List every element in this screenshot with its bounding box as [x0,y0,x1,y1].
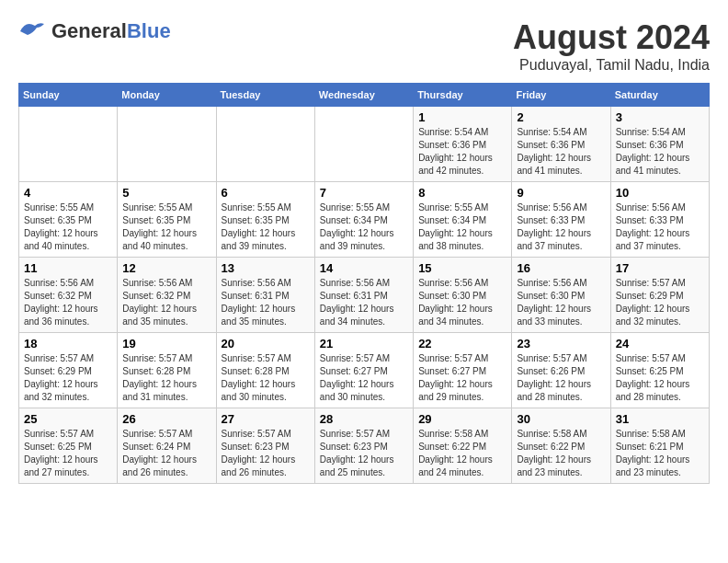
page-title: August 2024 [513,18,710,57]
day-number: 31 [616,412,704,426]
day-info: Sunrise: 5:56 AM Sunset: 6:33 PM Dayligh… [517,201,605,253]
day-number: 16 [517,261,605,275]
calendar-cell: 16Sunrise: 5:56 AM Sunset: 6:30 PM Dayli… [512,258,610,333]
day-info: Sunrise: 5:56 AM Sunset: 6:30 PM Dayligh… [517,277,605,328]
day-number: 15 [418,261,506,275]
day-info: Sunrise: 5:57 AM Sunset: 6:24 PM Dayligh… [122,428,210,479]
day-info: Sunrise: 5:56 AM Sunset: 6:33 PM Dayligh… [616,201,704,253]
day-number: 6 [222,186,310,200]
calendar-week-4: 18Sunrise: 5:57 AM Sunset: 6:29 PM Dayli… [19,333,710,408]
calendar-cell: 2Sunrise: 5:54 AM Sunset: 6:36 PM Daylig… [512,107,610,182]
calendar-cell: 1Sunrise: 5:54 AM Sunset: 6:36 PM Daylig… [414,107,512,182]
day-number: 2 [517,110,605,124]
day-info: Sunrise: 5:57 AM Sunset: 6:25 PM Dayligh… [616,352,704,404]
day-number: 25 [24,412,112,426]
calendar-cell [314,107,413,182]
day-info: Sunrise: 5:56 AM Sunset: 6:30 PM Dayligh… [418,277,506,328]
day-info: Sunrise: 5:58 AM Sunset: 6:21 PM Dayligh… [616,428,704,479]
calendar-cell: 14Sunrise: 5:56 AM Sunset: 6:31 PM Dayli… [314,258,413,333]
day-info: Sunrise: 5:55 AM Sunset: 6:34 PM Dayligh… [320,201,408,253]
day-number: 18 [24,337,112,350]
calendar-cell [19,107,118,182]
day-info: Sunrise: 5:55 AM Sunset: 6:34 PM Dayligh… [418,201,506,253]
calendar-cell: 10Sunrise: 5:56 AM Sunset: 6:33 PM Dayli… [610,182,709,258]
calendar-cell [118,107,216,182]
day-number: 22 [418,337,506,350]
calendar-cell: 27Sunrise: 5:57 AM Sunset: 6:23 PM Dayli… [216,408,314,484]
calendar-cell [216,107,314,182]
calendar-cell: 21Sunrise: 5:57 AM Sunset: 6:27 PM Dayli… [314,333,413,408]
day-number: 7 [320,186,408,200]
calendar-cell: 6Sunrise: 5:55 AM Sunset: 6:35 PM Daylig… [216,182,314,258]
col-header-friday: Friday [512,84,610,107]
day-info: Sunrise: 5:56 AM Sunset: 6:31 PM Dayligh… [320,277,408,328]
calendar-cell: 20Sunrise: 5:57 AM Sunset: 6:28 PM Dayli… [216,333,314,408]
day-info: Sunrise: 5:57 AM Sunset: 6:27 PM Dayligh… [320,352,408,404]
calendar-cell: 22Sunrise: 5:57 AM Sunset: 6:27 PM Dayli… [414,333,512,408]
day-info: Sunrise: 5:56 AM Sunset: 6:32 PM Dayligh… [24,277,112,328]
calendar-cell: 7Sunrise: 5:55 AM Sunset: 6:34 PM Daylig… [314,182,413,258]
calendar-cell: 12Sunrise: 5:56 AM Sunset: 6:32 PM Dayli… [118,258,216,333]
calendar-cell: 19Sunrise: 5:57 AM Sunset: 6:28 PM Dayli… [118,333,216,408]
day-number: 21 [320,337,408,350]
day-info: Sunrise: 5:58 AM Sunset: 6:22 PM Dayligh… [517,428,605,479]
col-header-sunday: Sunday [19,84,118,107]
col-header-tuesday: Tuesday [216,84,314,107]
calendar-cell: 3Sunrise: 5:54 AM Sunset: 6:36 PM Daylig… [610,107,709,182]
calendar-cell: 17Sunrise: 5:57 AM Sunset: 6:29 PM Dayli… [610,258,709,333]
calendar-cell: 18Sunrise: 5:57 AM Sunset: 6:29 PM Dayli… [19,333,118,408]
logo-bird-icon [18,18,48,44]
calendar-cell: 23Sunrise: 5:57 AM Sunset: 6:26 PM Dayli… [512,333,610,408]
day-info: Sunrise: 5:54 AM Sunset: 6:36 PM Dayligh… [517,126,605,178]
day-info: Sunrise: 5:56 AM Sunset: 6:32 PM Dayligh… [122,277,210,328]
day-info: Sunrise: 5:57 AM Sunset: 6:27 PM Dayligh… [418,352,506,404]
col-header-monday: Monday [118,84,216,107]
day-info: Sunrise: 5:57 AM Sunset: 6:28 PM Dayligh… [222,352,310,404]
day-number: 24 [616,337,704,350]
day-number: 19 [122,337,210,350]
day-number: 13 [222,261,310,275]
header: GeneralBlue August 2024 Puduvayal, Tamil… [18,18,710,74]
day-number: 4 [24,186,112,200]
day-info: Sunrise: 5:57 AM Sunset: 6:29 PM Dayligh… [616,277,704,328]
day-info: Sunrise: 5:55 AM Sunset: 6:35 PM Dayligh… [122,201,210,253]
calendar-cell: 28Sunrise: 5:57 AM Sunset: 6:23 PM Dayli… [314,408,413,484]
calendar-header-row: SundayMondayTuesdayWednesdayThursdayFrid… [19,84,710,107]
calendar-cell: 5Sunrise: 5:55 AM Sunset: 6:35 PM Daylig… [118,182,216,258]
day-number: 10 [616,186,704,200]
page-subtitle: Puduvayal, Tamil Nadu, India [513,57,710,74]
day-number: 20 [222,337,310,350]
calendar-cell: 4Sunrise: 5:55 AM Sunset: 6:35 PM Daylig… [19,182,118,258]
calendar-week-1: 1Sunrise: 5:54 AM Sunset: 6:36 PM Daylig… [19,107,710,182]
calendar-cell: 15Sunrise: 5:56 AM Sunset: 6:30 PM Dayli… [414,258,512,333]
calendar-cell: 8Sunrise: 5:55 AM Sunset: 6:34 PM Daylig… [414,182,512,258]
calendar-cell: 29Sunrise: 5:58 AM Sunset: 6:22 PM Dayli… [414,408,512,484]
day-number: 30 [517,412,605,426]
day-info: Sunrise: 5:57 AM Sunset: 6:26 PM Dayligh… [517,352,605,404]
calendar-week-5: 25Sunrise: 5:57 AM Sunset: 6:25 PM Dayli… [19,408,710,484]
day-info: Sunrise: 5:55 AM Sunset: 6:35 PM Dayligh… [222,201,310,253]
day-number: 17 [616,261,704,275]
day-info: Sunrise: 5:56 AM Sunset: 6:31 PM Dayligh… [222,277,310,328]
logo-blue-text: Blue [127,19,171,42]
day-info: Sunrise: 5:57 AM Sunset: 6:28 PM Dayligh… [122,352,210,404]
day-info: Sunrise: 5:57 AM Sunset: 6:25 PM Dayligh… [24,428,112,479]
day-info: Sunrise: 5:54 AM Sunset: 6:36 PM Dayligh… [616,126,704,178]
day-number: 11 [24,261,112,275]
day-number: 29 [418,412,506,426]
day-info: Sunrise: 5:57 AM Sunset: 6:23 PM Dayligh… [222,428,310,479]
col-header-wednesday: Wednesday [314,84,413,107]
day-number: 27 [222,412,310,426]
logo: GeneralBlue [18,18,171,44]
calendar-cell: 25Sunrise: 5:57 AM Sunset: 6:25 PM Dayli… [19,408,118,484]
day-number: 26 [122,412,210,426]
day-info: Sunrise: 5:55 AM Sunset: 6:35 PM Dayligh… [24,201,112,253]
day-number: 12 [122,261,210,275]
logo-general-text: General [51,19,127,42]
calendar-table: SundayMondayTuesdayWednesdayThursdayFrid… [18,83,710,484]
calendar-cell: 31Sunrise: 5:58 AM Sunset: 6:21 PM Dayli… [610,408,709,484]
day-info: Sunrise: 5:54 AM Sunset: 6:36 PM Dayligh… [418,126,506,178]
calendar-cell: 13Sunrise: 5:56 AM Sunset: 6:31 PM Dayli… [216,258,314,333]
day-number: 8 [418,186,506,200]
calendar-week-2: 4Sunrise: 5:55 AM Sunset: 6:35 PM Daylig… [19,182,710,258]
